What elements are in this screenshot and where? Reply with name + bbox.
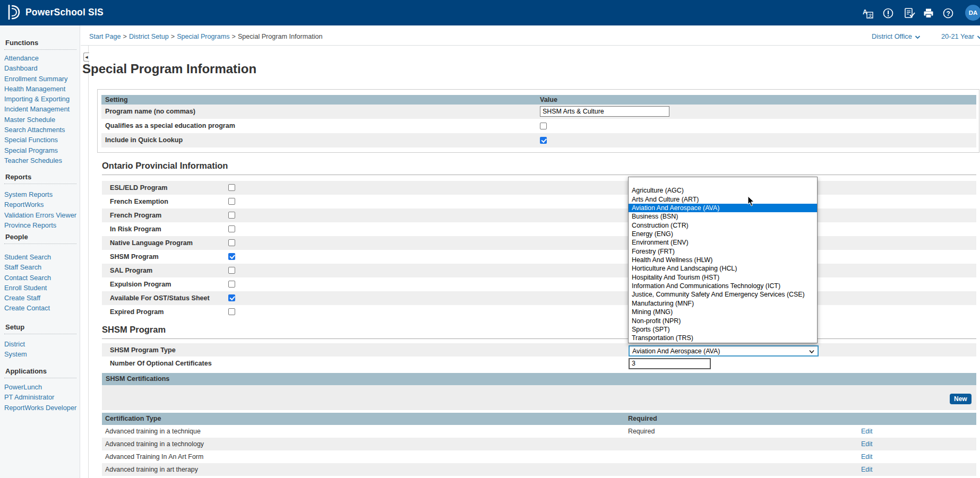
report-check-icon[interactable] <box>904 7 915 19</box>
dropdown-option[interactable]: Arts And Culture (ART) <box>629 195 817 204</box>
alert-icon[interactable] <box>882 7 894 19</box>
settings-header: Setting Value <box>101 95 976 105</box>
dropdown-option[interactable]: Agriculture (AGC) <box>629 186 817 195</box>
breadcrumb-current: Special Program Information <box>238 33 323 40</box>
sidebar-item-special-programs[interactable]: Special Programs <box>4 145 80 155</box>
dropdown-option-highlighted[interactable]: Aviation And Aerospace (AVA) <box>629 204 817 212</box>
sidebar-item-dashboard[interactable]: Dashboard <box>4 63 80 73</box>
sidebar-item-student-search[interactable]: Student Search <box>4 252 80 262</box>
dropdown-option[interactable]: Energy (ENG) <box>629 230 817 238</box>
ost-status-sheet-checkbox[interactable]: ✓ <box>228 294 235 301</box>
help-icon[interactable]: ? <box>942 7 954 19</box>
sidebar-item-enrollment-summary[interactable]: Enrollment Summary <box>4 74 80 84</box>
user-avatar[interactable]: DA <box>965 5 980 21</box>
ontario-row-shsm: SHSM Program✓ <box>102 250 976 264</box>
app: PowerSchool SIS A 文 ? DA <box>0 0 980 478</box>
program-name-input[interactable]: SHSM Arts & Culture <box>540 106 669 117</box>
quick-lookup-checkbox[interactable]: ✓ <box>540 137 547 144</box>
setting-row-quick-lookup: Include in Quick Lookup ✓ <box>101 133 976 147</box>
breadcrumb-start-page[interactable]: Start Page <box>89 33 121 40</box>
dropdown-option[interactable]: Justice, Community Safety And Emergency … <box>629 290 817 299</box>
sidebar-item-teacher-schedules[interactable]: Teacher Schedules <box>4 155 80 166</box>
sidebar-item-special-functions[interactable]: Special Functions <box>4 135 80 145</box>
sidebar-item-reportworks[interactable]: ReportWorks <box>4 199 80 210</box>
new-button[interactable]: New <box>950 394 972 404</box>
dropdown-option[interactable]: Sports (SPT) <box>629 325 817 334</box>
breadcrumb: Start Page>District Setup>Special Progra… <box>89 33 322 40</box>
translate-icon[interactable]: A 文 <box>862 7 873 19</box>
french-program-checkbox[interactable] <box>228 212 235 219</box>
french-exemption-checkbox[interactable] <box>228 198 235 205</box>
dropdown-option[interactable]: Forestry (FRT) <box>629 247 817 256</box>
school-selector[interactable]: District Office <box>872 32 921 40</box>
sidebar-item-contact-search[interactable]: Contact Search <box>4 273 80 283</box>
dropdown-option[interactable]: Manufacturing (MNF) <box>629 299 817 308</box>
sidebar-item-attendance[interactable]: Attendance <box>4 53 80 63</box>
shsm-type-row: SHSM Program Type Aviation And Aerospace… <box>102 343 976 357</box>
ontario-row-in-risk: In Risk Program <box>102 222 976 236</box>
sidebar-item-master-schedule[interactable]: Master Schedule <box>4 115 80 125</box>
certification-row: Advanced training in a technique Require… <box>102 425 976 438</box>
sidebar-item-staff-search[interactable]: Staff Search <box>4 262 80 272</box>
dropdown-option[interactable]: Health And Wellness (HLW) <box>629 256 817 264</box>
brand-name: PowerSchool SIS <box>25 7 104 18</box>
sidebar-item-create-contact[interactable]: Create Contact <box>4 303 80 313</box>
esl-eld-checkbox[interactable] <box>228 184 235 191</box>
sidebar-item-system[interactable]: System <box>4 349 80 359</box>
ontario-row-expulsion: Expulsion Program <box>102 277 976 291</box>
brand[interactable]: PowerSchool SIS <box>7 4 104 20</box>
shsm-program-type-select[interactable]: Aviation And Aerospace (AVA) <box>629 345 819 357</box>
expulsion-program-checkbox[interactable] <box>228 281 235 288</box>
sidebar-item-pt-administrator[interactable]: PT Administrator <box>4 392 80 402</box>
edit-link[interactable]: Edit <box>861 440 872 448</box>
edit-link[interactable]: Edit <box>861 453 872 460</box>
dropdown-option[interactable]: Mining (MNG) <box>629 308 817 316</box>
breadcrumb-district-setup[interactable]: District Setup <box>129 33 169 40</box>
print-icon[interactable] <box>923 7 934 19</box>
dropdown-option[interactable]: Hospitality And Tourism (HST) <box>629 273 817 282</box>
optional-certificates-input[interactable]: 3 <box>629 358 711 369</box>
expired-program-checkbox[interactable] <box>228 308 235 315</box>
sidebar-section-reports: Reports System Reports ReportWorks Valid… <box>0 173 80 230</box>
sidebar-item-enroll-student[interactable]: Enroll Student <box>4 283 80 293</box>
certifications-table: Certification Type Required Advanced tra… <box>102 413 976 476</box>
sidebar-item-incident-management[interactable]: Incident Management <box>4 104 80 114</box>
year-selector[interactable]: 20-21 Year <box>941 32 980 40</box>
shsm-certifications-bar: SHSM Certifications <box>102 373 976 385</box>
sidebar-collapse-button[interactable]: ◀ <box>83 53 89 62</box>
shsm-program-checkbox[interactable]: ✓ <box>228 253 235 260</box>
shsm-heading: SHSM Program <box>102 325 166 335</box>
in-risk-checkbox[interactable] <box>228 225 235 232</box>
dropdown-option[interactable]: Environment (ENV) <box>629 238 817 247</box>
dropdown-option[interactable]: Business (BSN) <box>629 212 817 221</box>
sidebar-item-search-attachments[interactable]: Search Attachments <box>4 125 80 135</box>
edit-link[interactable]: Edit <box>861 466 872 473</box>
certification-row: Advanced training in a technology Edit <box>102 438 976 450</box>
shsm-optional-row: Number Of Optional Certificates 3 <box>102 357 976 370</box>
dropdown-option-blank[interactable] <box>629 178 817 186</box>
top-navbar: PowerSchool SIS A 文 ? DA <box>0 0 980 25</box>
dropdown-option[interactable]: Horticulture And Landscaping (HCL) <box>629 264 817 273</box>
sidebar-item-create-staff[interactable]: Create Staff <box>4 293 80 303</box>
sidebar-section-people: People Student Search Staff Search Conta… <box>0 233 80 314</box>
dropdown-option[interactable]: Information And Communications Technolog… <box>629 282 817 290</box>
native-language-checkbox[interactable] <box>228 239 235 246</box>
sal-program-checkbox[interactable] <box>228 267 235 274</box>
ontario-row-expired: Expired Program <box>102 305 976 319</box>
dropdown-option[interactable]: Transportation (TRS) <box>629 334 817 342</box>
sidebar-item-province-reports[interactable]: Province Reports <box>4 220 80 230</box>
sidebar-item-reportworks-developer[interactable]: ReportWorks Developer <box>4 403 80 413</box>
sidebar-item-powerlunch[interactable]: PowerLunch <box>4 382 80 392</box>
breadcrumb-special-programs[interactable]: Special Programs <box>177 33 229 40</box>
sidebar-item-importing-exporting[interactable]: Importing & Exporting <box>4 94 80 104</box>
edit-link[interactable]: Edit <box>861 428 872 435</box>
dropdown-option[interactable]: Construction (CTR) <box>629 221 817 230</box>
sidebar-item-validation-errors-viewer[interactable]: Validation Errors Viewer <box>4 210 80 220</box>
sidebar-item-district[interactable]: District <box>4 339 80 349</box>
sidebar-item-system-reports[interactable]: System Reports <box>4 189 80 199</box>
sidebar-item-health-management[interactable]: Health Management <box>4 84 80 94</box>
svg-text:文: 文 <box>869 13 873 18</box>
special-education-checkbox[interactable] <box>540 123 547 129</box>
dropdown-option[interactable]: Non-profit (NPR) <box>629 317 817 325</box>
ontario-heading: Ontario Provincial Information <box>102 161 228 171</box>
